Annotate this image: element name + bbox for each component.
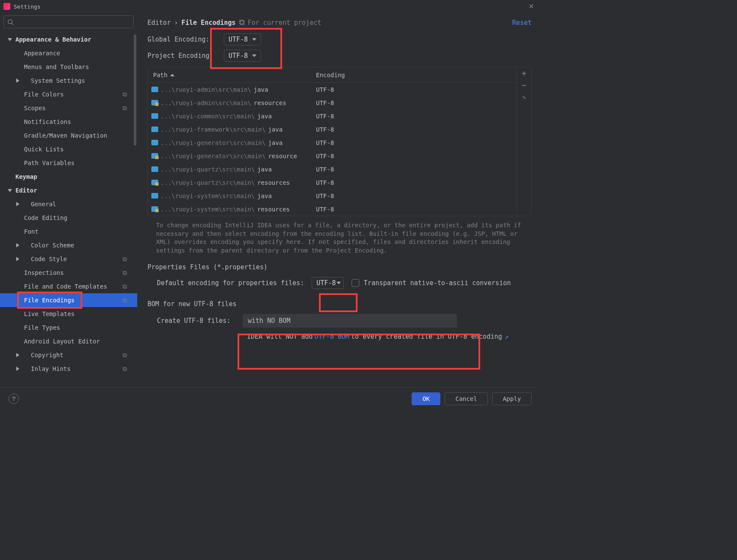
sidebar-item[interactable]: Appearance [0, 46, 137, 60]
svg-point-0 [8, 19, 12, 23]
sidebar-item[interactable]: System Settings [0, 74, 137, 87]
column-path[interactable]: Path [148, 72, 311, 78]
sidebar-item-label: Menus and Toolbars [24, 63, 89, 70]
settings-tree: Appearance & BehaviorAppearanceMenus and… [0, 31, 137, 377]
transparent-ascii-label: Transparent native-to-ascii conversion [364, 279, 511, 287]
sidebar-item[interactable]: File Colors⧉ [0, 87, 137, 101]
cell-encoding: UTF-8 [311, 193, 334, 199]
sidebar-item[interactable]: Live Templates [0, 307, 137, 321]
project-scope-icon: ⧉ [123, 352, 127, 359]
ok-button[interactable]: OK [412, 392, 440, 405]
close-icon[interactable]: ✕ [528, 3, 534, 9]
table-row[interactable]: ...\ruoyi-generator\src\main\javaUTF-8 [148, 136, 517, 149]
cell-encoding: UTF-8 [311, 86, 334, 93]
default-properties-encoding-label: Default encoding for properties files: [157, 279, 304, 287]
sidebar-item[interactable]: File Types [0, 321, 137, 334]
project-encoding-dropdown[interactable]: UTF-8 [224, 50, 261, 62]
chevron-down-icon [337, 282, 341, 284]
cell-encoding: UTF-8 [311, 126, 334, 133]
table-row[interactable]: ...\ruoyi-admin\src\main\javaUTF-8 [148, 83, 517, 96]
remove-row-icon[interactable]: − [521, 82, 528, 89]
create-utf8-dropdown[interactable]: with NO BOM [243, 314, 457, 328]
column-encoding[interactable]: Encoding [311, 72, 350, 78]
search-input[interactable] [3, 15, 134, 28]
encoding-table: Path Encoding ...\ruoyi-admin\src\main\j… [147, 67, 532, 216]
expand-arrow-icon [8, 189, 12, 192]
properties-section-label: Properties Files (*.properties) [147, 263, 532, 271]
cell-encoding: UTF-8 [311, 153, 334, 160]
expand-arrow-icon [8, 38, 12, 41]
sidebar-item[interactable]: General [0, 197, 137, 211]
table-row[interactable]: ...\ruoyi-system\src\main\javaUTF-8 [148, 189, 517, 202]
expand-arrow-icon [16, 257, 19, 261]
cell-encoding: UTF-8 [311, 166, 334, 173]
project-scope-icon: ⧉ [123, 365, 127, 373]
sidebar-item[interactable]: Keymap [0, 170, 137, 184]
bom-note: IDEA will NOT add UTF-8 BOM to every cre… [147, 333, 532, 340]
add-row-icon[interactable]: + [521, 70, 528, 77]
expand-arrow-icon [16, 353, 19, 357]
sidebar-item[interactable]: Menus and Toolbars [0, 60, 137, 74]
sidebar-item[interactable]: File and Code Templates⧉ [0, 280, 137, 293]
cancel-button[interactable]: Cancel [445, 392, 488, 405]
resources-folder-icon [151, 153, 158, 159]
sidebar-item[interactable]: Font [0, 225, 137, 238]
cell-encoding: UTF-8 [311, 99, 334, 106]
reset-button[interactable]: Reset [512, 19, 532, 27]
sidebar-item-label: Scopes [24, 105, 46, 111]
table-row[interactable]: ...\ruoyi-framework\src\main\javaUTF-8 [148, 123, 517, 136]
cell-path: ...\ruoyi-generator\src\main\resource [148, 153, 311, 160]
svg-line-1 [12, 23, 13, 25]
folder-icon [151, 126, 158, 132]
project-scope-icon: ⧉ [123, 269, 127, 277]
help-icon[interactable]: ? [9, 394, 19, 404]
utf8-bom-link[interactable]: UTF-8 BOM [315, 333, 349, 340]
sidebar-item[interactable]: Android Layout Editor [0, 334, 137, 348]
sidebar-item-label: General [31, 201, 56, 208]
sidebar-item[interactable]: Path Variables [0, 156, 137, 170]
transparent-ascii-checkbox[interactable] [352, 279, 359, 287]
table-row[interactable]: ...\ruoyi-generator\src\main\resourceUTF… [148, 149, 517, 163]
create-utf8-label: Create UTF-8 files: [157, 317, 238, 325]
sidebar-item-label: Notifications [24, 118, 71, 125]
cell-path: ...\ruoyi-common\src\main\java [148, 113, 311, 120]
sidebar-item[interactable]: Editor [0, 184, 137, 197]
sidebar-item[interactable]: Code Style⧉ [0, 252, 137, 266]
cell-path: ...\ruoyi-quartz\src\main\java [148, 166, 311, 173]
table-row[interactable]: ...\ruoyi-quartz\src\main\resourcesUTF-8 [148, 176, 517, 189]
sidebar-item[interactable]: Scopes⧉ [0, 101, 137, 115]
search-icon [7, 19, 14, 25]
project-scope-icon [239, 20, 245, 26]
sidebar-item[interactable]: Copyright⧉ [0, 348, 137, 362]
global-encoding-dropdown[interactable]: UTF-8 [224, 33, 261, 45]
sidebar-item-label: Inspections [24, 269, 64, 276]
default-properties-encoding-dropdown[interactable]: UTF-8 [312, 277, 344, 289]
table-row[interactable]: ...\ruoyi-quartz\src\main\javaUTF-8 [148, 163, 517, 176]
sidebar-item-label: Live Templates [24, 310, 75, 317]
sidebar-item[interactable]: Color Scheme [0, 238, 137, 252]
sidebar-item[interactable]: Inspections⧉ [0, 266, 137, 280]
edit-row-icon[interactable]: ✎ [521, 94, 528, 101]
project-scope-icon: ⧉ [123, 91, 127, 98]
sidebar-item-label: Android Layout Editor [24, 338, 100, 345]
cell-path: ...\ruoyi-quartz\src\main\resources [148, 179, 311, 186]
cell-encoding: UTF-8 [311, 139, 334, 146]
folder-icon [151, 87, 158, 92]
sidebar-item[interactable]: Inlay Hints⧉ [0, 362, 137, 376]
breadcrumb: Editor › File Encodings For current proj… [147, 19, 532, 27]
sidebar-item[interactable]: Appearance & Behavior [0, 33, 137, 46]
table-row[interactable]: ...\ruoyi-system\src\main\resourcesUTF-8 [148, 202, 517, 216]
sidebar-item[interactable]: Code Editing [0, 211, 137, 225]
sidebar-item-label: System Settings [31, 77, 85, 84]
apply-button[interactable]: Apply [492, 392, 532, 405]
sidebar-item[interactable]: Quick Lists [0, 142, 137, 156]
sidebar-item[interactable]: Gradle/Maven Navigation [0, 129, 137, 142]
table-row[interactable]: ...\ruoyi-common\src\main\javaUTF-8 [148, 109, 517, 123]
table-row[interactable]: ...\ruoyi-admin\src\main\resourcesUTF-8 [148, 96, 517, 109]
sidebar-item[interactable]: File Encodings⧉ [0, 293, 137, 307]
sidebar-item-label: Gradle/Maven Navigation [24, 132, 107, 139]
scrollbar[interactable] [134, 34, 136, 146]
chevron-down-icon [252, 54, 256, 57]
cell-path: ...\ruoyi-system\src\main\java [148, 193, 311, 199]
sidebar-item[interactable]: Notifications [0, 115, 137, 129]
